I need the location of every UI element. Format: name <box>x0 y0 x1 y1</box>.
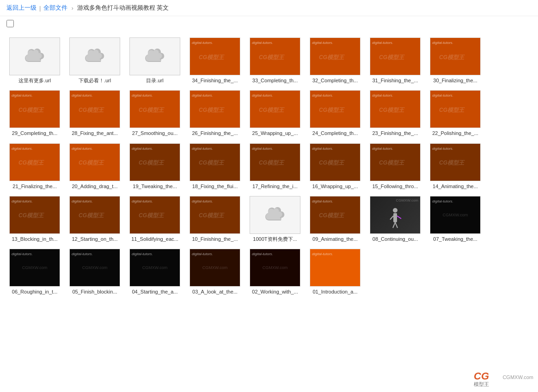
file-item[interactable]: digital-tutors. 01_Introduction_a... <box>305 245 365 298</box>
svg-text:CG模型王: CG模型王 <box>18 107 44 113</box>
file-thumbnail: digital-tutors. CGMXW.com <box>69 249 120 287</box>
svg-text:CG模型王: CG模型王 <box>79 107 104 113</box>
file-item[interactable]: 目录.url <box>125 34 185 87</box>
svg-text:CG模型王: CG模型王 <box>259 107 285 113</box>
file-name: 下载必看！.url <box>79 77 111 84</box>
select-all-row <box>0 16 538 32</box>
file-item[interactable]: digital-tutors. CGMXW.com 02_Working_wit… <box>245 245 305 298</box>
file-thumbnail <box>129 37 180 75</box>
file-thumbnail: digital-tutors. CG模型王 <box>190 90 240 128</box>
file-thumbnail: digital-tutors. CGMXW.com <box>9 249 60 287</box>
file-name: 14_Animating_the... <box>433 183 478 190</box>
svg-point-26 <box>393 208 397 213</box>
bottom-logo: CG 模型王 CGMXW.com <box>473 367 533 387</box>
file-item[interactable]: digital-tutors. CG模型王 18_Fixing_the_flui… <box>185 140 245 193</box>
file-item[interactable]: digital-tutors. CG模型王 24_Completing_th..… <box>305 87 365 140</box>
file-name: 23_Finishing_the_... <box>372 130 418 136</box>
file-item[interactable]: digital-tutors. CG模型王 20_Adding_drag_t..… <box>65 140 125 193</box>
file-thumbnail: digital-tutors. CG模型王 <box>190 196 240 234</box>
file-item[interactable]: digital-tutors. CGMXW.com 07_Tweaking_th… <box>425 193 485 245</box>
file-thumbnail: digital-tutors. CG模型王 <box>69 90 120 128</box>
file-thumbnail: digital-tutors. CG模型王 <box>69 196 120 234</box>
file-item[interactable]: digital-tutors. CG模型王 19_Tweaking_the... <box>125 140 185 193</box>
file-name: 21_Finalizing_the... <box>12 183 56 190</box>
file-thumbnail: digital-tutors. CG模型王 <box>370 37 421 75</box>
file-item[interactable]: digital-tutors. CGMXW.com 05_Finish_bloc… <box>65 245 125 298</box>
file-name: 33_Completing_th... <box>252 77 298 84</box>
file-item[interactable]: 这里有更多.url <box>5 34 65 87</box>
svg-line-31 <box>397 216 401 219</box>
file-item[interactable]: digital-tutors. CG模型王 10_Finishing_the_.… <box>185 193 245 245</box>
file-item[interactable]: digital-tutors. CG模型王 32_Completing_th..… <box>305 34 365 87</box>
svg-text:CG模型王: CG模型王 <box>199 159 225 166</box>
file-name: 30_Finalizing_the... <box>433 77 477 84</box>
file-item[interactable]: digital-tutors. CGMXW.com 03_A_look_at_t… <box>185 245 245 298</box>
file-thumbnail: digital-tutors. CG模型王 <box>129 196 180 234</box>
back-link[interactable]: 返回上一级 <box>6 4 37 12</box>
file-item[interactable]: digital-tutors. CG模型王 29_Completing_th..… <box>5 87 65 140</box>
file-item[interactable]: digital-tutors. CG模型王 11_Solidifying_eac… <box>125 193 185 245</box>
file-item[interactable]: digital-tutors. CG模型王 14_Animating_the..… <box>425 140 485 193</box>
svg-line-30 <box>390 216 393 220</box>
file-item[interactable]: digital-tutors. CG模型王 27_Smoothing_ou... <box>125 87 185 140</box>
file-item[interactable]: digital-tutors. CG模型王 13_Blocking_in_th.… <box>5 193 65 245</box>
file-thumbnail: digital-tutors. CGMXW.com <box>129 249 180 287</box>
file-thumbnail: CGMXW.com <box>370 196 421 234</box>
file-thumbnail: digital-tutors. CG模型王 <box>430 37 481 75</box>
file-item[interactable]: CGMXW.com 08_Continuing_ou... <box>365 193 425 245</box>
file-thumbnail: digital-tutors. CG模型王 <box>310 37 361 75</box>
file-item[interactable]: digital-tutors. CG模型王 23_Finishing_the_.… <box>365 87 425 140</box>
file-item[interactable]: digital-tutors. CG模型王 15_Following_thro.… <box>365 140 425 193</box>
svg-text:CG模型王: CG模型王 <box>199 54 225 61</box>
file-item[interactable]: digital-tutors. CG模型王 21_Finalizing_the.… <box>5 140 65 193</box>
svg-text:CG模型王: CG模型王 <box>18 159 44 166</box>
svg-text:CG模型王: CG模型王 <box>379 54 405 61</box>
svg-text:CG模型王: CG模型王 <box>319 107 345 113</box>
file-item[interactable]: digital-tutors. CG模型王 12_Starting_on_th.… <box>65 193 125 245</box>
svg-text:CG模型王: CG模型王 <box>199 212 225 219</box>
file-item[interactable]: 下载必看！.url <box>65 34 125 87</box>
file-item[interactable]: digital-tutors. CG模型王 30_Finalizing_the.… <box>425 34 485 87</box>
file-item[interactable]: digital-tutors. CGMXW.com 06_Roughing_in… <box>5 245 65 298</box>
file-name: 13_Blocking_in_th... <box>12 236 57 242</box>
file-item[interactable]: digital-tutors. CG模型王 26_Finishing_the_.… <box>185 87 245 140</box>
file-name: 12_Starting_on_th... <box>72 236 117 242</box>
file-item[interactable]: digital-tutors. CG模型王 34_Finishing_the_.… <box>185 34 245 87</box>
file-item[interactable]: digital-tutors. CG模型王 22_Polishing_the_.… <box>425 87 485 140</box>
file-thumbnail: digital-tutors. CG模型王 <box>370 90 421 128</box>
file-thumbnail: digital-tutors. CG模型王 <box>310 196 361 234</box>
file-thumbnail: digital-tutors. CG模型王 <box>9 143 60 181</box>
file-thumbnail: digital-tutors. CG模型王 <box>129 90 180 128</box>
file-item[interactable]: digital-tutors. CG模型王 17_Refining_the_i.… <box>245 140 305 193</box>
file-thumbnail: digital-tutors. CG模型王 <box>9 90 60 128</box>
file-name: 07_Tweaking_the... <box>433 236 477 242</box>
file-thumbnail: digital-tutors. CG模型王 <box>190 37 240 75</box>
file-name: 28_Fixing_the_ant... <box>72 130 118 136</box>
svg-text:CG模型王: CG模型王 <box>319 54 345 61</box>
file-thumbnail: digital-tutors. CG模型王 <box>250 37 300 75</box>
file-name: 04_Starting_the_a... <box>132 288 177 295</box>
logo-site: CGMXW.com <box>502 374 533 380</box>
file-thumbnail: digital-tutors. CG模型王 <box>250 143 300 181</box>
file-item[interactable]: digital-tutors. CG模型王 33_Completing_th..… <box>245 34 305 87</box>
file-name: 09_Animating_the... <box>312 236 358 242</box>
file-name: 16_Wrapping_up_... <box>312 183 358 190</box>
file-name: 03_A_look_at_the... <box>192 288 238 295</box>
all-files-link[interactable]: 全部文件 <box>43 4 67 12</box>
file-name: 目录.url <box>146 77 163 84</box>
svg-text:CG模型王: CG模型王 <box>439 159 465 166</box>
file-item[interactable]: digital-tutors. CG模型王 25_Wrapping_up_... <box>245 87 305 140</box>
file-name: 08_Continuing_ou... <box>373 236 418 242</box>
file-thumbnail: digital-tutors. CG模型王 <box>310 90 361 128</box>
file-item[interactable]: digital-tutors. CGMXW.com 04_Starting_th… <box>125 245 185 298</box>
svg-text:CG模型王: CG模型王 <box>79 159 104 166</box>
file-item[interactable]: digital-tutors. CG模型王 31_Finishing_the_.… <box>365 34 425 87</box>
file-item[interactable]: digital-tutors. CG模型王 09_Animating_the..… <box>305 193 365 245</box>
file-name: 18_Fixing_the_flui... <box>192 183 238 190</box>
select-all-checkbox[interactable] <box>6 20 14 27</box>
file-item[interactable]: 1000T资料免费下... <box>245 193 305 245</box>
file-name: 11_Solidifying_eac... <box>131 236 178 242</box>
file-item[interactable]: digital-tutors. CG模型王 16_Wrapping_up_... <box>305 140 365 193</box>
file-item[interactable]: digital-tutors. CG模型王 28_Fixing_the_ant.… <box>65 87 125 140</box>
file-thumbnail: digital-tutors. CG模型王 <box>430 90 481 128</box>
